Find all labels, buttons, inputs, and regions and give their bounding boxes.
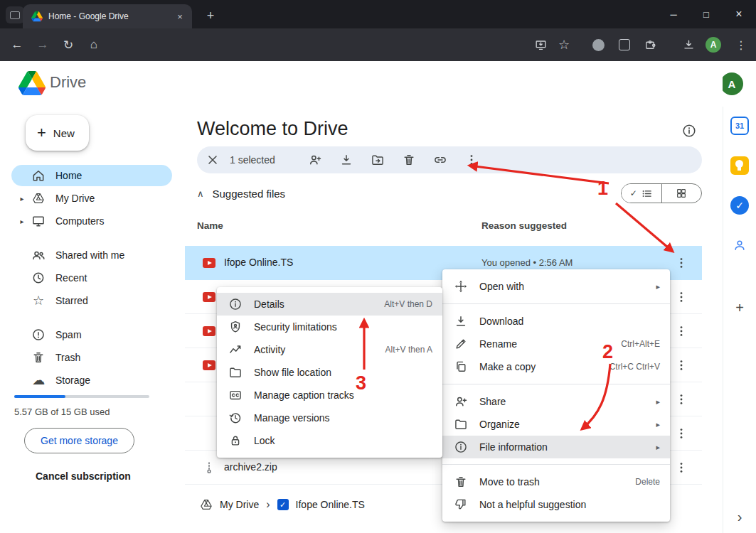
menu-item-make-a-copy[interactable]: Make a copy Ctrl+C Ctrl+V [442, 355, 670, 378]
extensions-button[interactable] [641, 36, 659, 53]
sidebar-item-my-drive[interactable]: ▸ My Drive [11, 188, 172, 209]
menu-item-share[interactable]: Share ▸ [442, 390, 670, 413]
person-icon [733, 238, 747, 252]
new-button[interactable]: + New [26, 115, 89, 151]
sidebar-item-trash[interactable]: Trash [11, 347, 172, 368]
window-close-button[interactable]: × [723, 0, 755, 28]
extension-icon-2[interactable] [616, 36, 633, 53]
keep-notes-button[interactable] [730, 156, 749, 175]
menu-item-organize[interactable]: Organize ▸ [442, 413, 670, 436]
back-button[interactable]: ← [9, 36, 26, 53]
check-icon: ✓ [279, 500, 286, 510]
submenu-item-lock[interactable]: Lock [217, 429, 442, 452]
dots-vertical-icon [674, 392, 688, 407]
forward-button[interactable]: → [34, 36, 51, 53]
expand-arrow-icon[interactable]: ▸ [16, 195, 28, 203]
drive-favicon [31, 11, 43, 22]
contacts-button[interactable] [730, 236, 749, 254]
cancel-subscription-link[interactable]: Cancel subscription [36, 470, 131, 482]
copy-link-button[interactable] [433, 151, 450, 168]
cloud-icon: ☁ [31, 373, 46, 387]
install-app-button[interactable] [532, 36, 549, 53]
row-more-button[interactable] [674, 459, 691, 476]
menu-item-label: Download [479, 316, 660, 327]
info-button[interactable] [681, 122, 698, 139]
bread​crumb-root[interactable]: My Drive [220, 499, 259, 510]
extension-icon-1[interactable] [590, 36, 607, 53]
submenu-item-activity[interactable]: Activity Alt+V then A [217, 338, 442, 361]
new-tab-button[interactable]: + [202, 7, 219, 24]
browser-home-button[interactable]: ⌂ [85, 36, 102, 53]
new-button-label: New [53, 127, 75, 139]
sidebar-item-spam[interactable]: Spam [11, 324, 172, 345]
breadcrumb-current[interactable]: Ifope Online.TS [296, 499, 365, 510]
home-icon [31, 168, 46, 183]
folder-icon [228, 365, 243, 379]
get-add-ons-button[interactable]: + [730, 298, 749, 317]
sidebar-item-home[interactable]: Home [11, 165, 172, 186]
menu-item-open-with[interactable]: Open with ▸ [442, 275, 670, 298]
tasks-button[interactable]: ✓ [730, 196, 749, 215]
window-maximize-button[interactable]: □ [690, 0, 723, 28]
submenu-item-show-file-location[interactable]: Show file location [217, 361, 442, 384]
submenu-item-details[interactable]: Details Alt+V then D [217, 293, 442, 316]
computers-icon [31, 214, 46, 228]
get-more-storage-button[interactable]: Get more storage [24, 428, 134, 453]
browser-toolbar: ← → ↻ ⌂ ☆ A ⋮ [0, 28, 756, 61]
browser-profile-avatar[interactable]: A [706, 37, 721, 53]
row-more-button[interactable] [674, 254, 691, 271]
expand-arrow-icon[interactable]: ▸ [16, 217, 28, 225]
hide-side-panel-button[interactable]: › [730, 507, 749, 526]
page-title: Welcome to Drive [197, 118, 348, 140]
dots-vertical-icon [674, 358, 688, 372]
window-minimize-button[interactable]: ─ [657, 0, 690, 28]
grid-view-button[interactable] [662, 184, 702, 203]
list-view-button[interactable]: ✓ [622, 184, 661, 203]
context-menu: Open with ▸ Download Rename Ctrl+Alt+E M… [442, 269, 670, 522]
submenu-item-manage-versions[interactable]: Manage versions [217, 407, 442, 429]
row-more-button[interactable] [674, 391, 691, 408]
sidebar-item-starred[interactable]: ☆ Starred [11, 290, 172, 311]
reload-button[interactable]: ↻ [60, 36, 77, 53]
submenu-item-security-limitations[interactable]: Security limitations [217, 316, 442, 338]
sidebar-item-recent[interactable]: Recent [11, 267, 172, 289]
tab-actions-button[interactable] [6, 6, 24, 23]
download-button[interactable] [339, 151, 356, 168]
move-button[interactable] [371, 151, 388, 168]
menu-item-file-information[interactable]: File information ▸ [442, 436, 670, 458]
menu-item-rename[interactable]: Rename Ctrl+Alt+E [442, 333, 670, 355]
suggested-files-toggle[interactable]: ∧ Suggested files [197, 183, 285, 203]
submenu-item-manage-caption-tracks[interactable]: Manage caption tracks [217, 384, 442, 407]
menu-item-download[interactable]: Download [442, 310, 670, 333]
drive-logo-icon[interactable] [18, 70, 46, 96]
downloads-button[interactable] [680, 36, 697, 53]
column-header-name[interactable]: Name [197, 220, 223, 231]
row-more-button[interactable] [674, 357, 691, 374]
row-more-button[interactable] [674, 425, 691, 442]
menu-item-not-helpful-suggestion[interactable]: Not a helpful suggestion [442, 493, 670, 516]
column-header-reason[interactable]: Reason suggested [481, 220, 567, 231]
thumb-down-icon [454, 497, 468, 512]
sidebar-item-computers[interactable]: ▸ Computers [11, 210, 172, 232]
more-actions-button[interactable] [464, 151, 481, 168]
bookmark-button[interactable]: ☆ [555, 36, 573, 53]
sidebar-item-label: Storage [55, 375, 90, 386]
drive-wordmark: Drive [50, 73, 86, 92]
share-button[interactable] [308, 151, 325, 168]
account-avatar[interactable]: A [720, 72, 743, 95]
tab-close-button[interactable]: × [174, 11, 186, 22]
info-icon [681, 123, 697, 139]
sidebar-item-shared-with-me[interactable]: Shared with me [11, 244, 172, 266]
row-more-button[interactable] [674, 289, 691, 306]
reload-icon: ↻ [63, 38, 73, 53]
delete-button[interactable] [402, 151, 419, 168]
calendar-button[interactable]: 31 [730, 117, 749, 135]
browser-menu-button[interactable]: ⋮ [733, 36, 750, 53]
close-icon [206, 153, 220, 167]
menu-item-move-to-trash[interactable]: Move to trash Delete [442, 470, 670, 493]
browser-tab[interactable]: Home - Google Drive × [23, 4, 192, 28]
closed-captions-icon [228, 388, 243, 402]
sidebar-item-storage[interactable]: ☁ Storage [11, 370, 172, 391]
row-more-button[interactable] [674, 323, 691, 340]
clear-selection-button[interactable] [206, 153, 223, 167]
